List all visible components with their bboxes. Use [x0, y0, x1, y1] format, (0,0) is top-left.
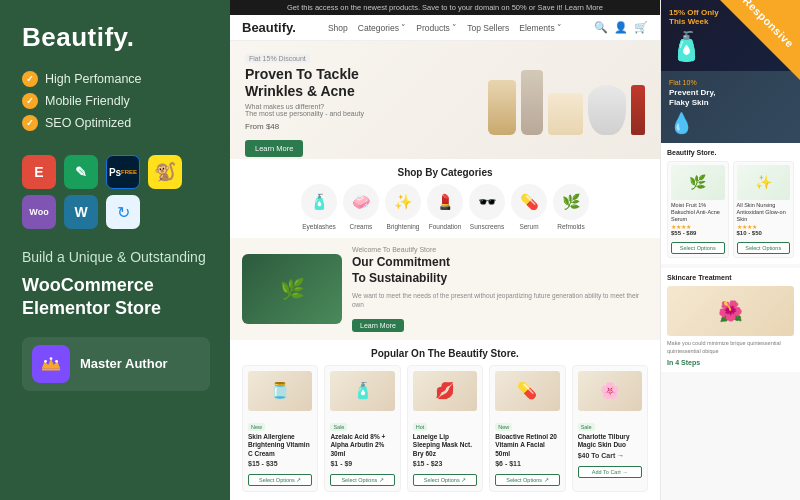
sustainability-text: Welcome To Beautify Store Our Commitment…: [352, 246, 648, 331]
eyeblashes-icon: 🧴: [301, 184, 337, 220]
nav-categories[interactable]: Categories ˅: [358, 23, 406, 33]
cart-icon[interactable]: 🛒: [634, 21, 648, 34]
add-to-cart-5[interactable]: Add To Cart →: [578, 466, 642, 478]
features-list: High Perfomance Mobile Friendly SEO Opti…: [22, 71, 210, 137]
crown-icon: [40, 353, 62, 375]
category-refmolds[interactable]: 🌿 Refmolds: [553, 184, 589, 230]
serum-label: Serum: [519, 223, 538, 230]
side-product-stars-2: ★★★★: [737, 223, 791, 230]
categories-title: Shop By Categories: [242, 167, 648, 178]
sunscreens-label: Sunscreens: [470, 223, 504, 230]
sust-desc: We want to meet the needs of the present…: [352, 291, 648, 309]
sustainability-section: 🌿 Welcome To Beautify Store Our Commitme…: [230, 238, 660, 339]
product-img-4: 💊: [495, 371, 559, 411]
hero-subtitle: What makes us different?The most use per…: [245, 103, 488, 117]
search-icon[interactable]: 🔍: [594, 21, 608, 34]
add-to-cart-1[interactable]: Select Options ↗: [248, 474, 312, 486]
category-creams[interactable]: 🧼 Creams: [343, 184, 379, 230]
promo-2-discount: Flat 10%: [669, 79, 792, 86]
check-icon-1: [22, 71, 38, 87]
category-sunscreens[interactable]: 🕶️ Sunscreens: [469, 184, 505, 230]
hero-products: [488, 70, 645, 135]
popular-title: Popular On The Beautify Store.: [242, 348, 648, 359]
topbar: Get this access on the newest products. …: [230, 0, 660, 15]
product-name-1: Skin Allergiene Brightening Vitamin C Cr…: [248, 433, 312, 458]
product-name-3: Laneige Lip Sleeping Mask Nct. Bry 60z: [413, 433, 477, 458]
side-product-price-2: $10 - $50: [737, 230, 791, 236]
foundation-icon: 💄: [427, 184, 463, 220]
serum-icon: 💊: [511, 184, 547, 220]
product-bottle-3: [548, 93, 583, 135]
side-product-img-1: 🌿: [671, 165, 725, 200]
product-badge-5: Sale: [578, 423, 595, 431]
hero-learn-more-button[interactable]: Learn More: [245, 140, 303, 157]
side-product-btn-1[interactable]: Select Options: [671, 242, 725, 254]
mailchimp-icon: 🐒: [148, 155, 182, 189]
product-img-2: 🧴: [330, 371, 394, 411]
skincare-section: Skincare Treatment 🌺 Make you could mini…: [661, 268, 800, 371]
nav-products[interactable]: Products ˅: [416, 23, 457, 33]
icon-row-1: E ✎ PsFREE 🐒: [22, 155, 210, 189]
skincare-image: 🌺: [667, 286, 794, 336]
sust-learn-more-button[interactable]: Learn More: [352, 319, 404, 332]
side-product-1: 🌿 Moist Fruit 1% Bakuchiol Anti-Acne Ser…: [667, 161, 729, 258]
author-section: Master Author: [22, 337, 210, 391]
build-text: Build a Unique & Outstanding: [22, 247, 210, 268]
svg-point-2: [50, 357, 53, 360]
product-name-2: Azelaic Acid 8% + Alpha Arbutin 2% 30ml: [330, 433, 394, 458]
side-promo-2: Flat 10% Prevent Dry,Flaky Skin 💧: [661, 71, 800, 143]
products-grid: 🫙 New Skin Allergiene Brightening Vitami…: [242, 365, 648, 492]
creams-label: Creams: [350, 223, 373, 230]
add-to-cart-4[interactable]: Select Options ↗: [495, 474, 559, 486]
nav-topsellers[interactable]: Top Sellers: [467, 23, 509, 33]
website-content: Get this access on the newest products. …: [230, 0, 800, 500]
popular-section: Popular On The Beautify Store. 🫙 New Ski…: [230, 340, 660, 500]
add-to-cart-2[interactable]: Select Options ↗: [330, 474, 394, 486]
side-panel: 15% Off OnlyThis Week 🧴 Flat 10% Prevent…: [660, 0, 800, 500]
sust-title: Our Commitment To Sustainability: [352, 255, 648, 286]
brand-title: Beautify.: [22, 22, 210, 53]
category-serum[interactable]: 💊 Serum: [511, 184, 547, 230]
category-eyeblashes[interactable]: 🧴 Eyeblashes: [301, 184, 337, 230]
product-lipstick: [631, 85, 645, 135]
sustainability-image: 🌿: [242, 254, 342, 324]
steps-label: In 4 Steps: [667, 359, 794, 366]
product-img-5: 🌸: [578, 371, 642, 411]
product-price-4: $6 - $11: [495, 460, 559, 467]
feature-item-1: High Perfomance: [22, 71, 210, 87]
side-product-img-2: ✨: [737, 165, 791, 200]
product-price-1: $15 - $35: [248, 460, 312, 467]
side-product-btn-2[interactable]: Select Options: [737, 242, 791, 254]
edit-icon: ✎: [64, 155, 98, 189]
nav-shop[interactable]: Shop: [328, 23, 348, 33]
store-products-section: Beautify Store. 🌿 Moist Fruit 1% Bakuchi…: [661, 143, 800, 264]
product-card-1: 🫙 New Skin Allergiene Brightening Vitami…: [242, 365, 318, 492]
product-name-4: Bioactive Retinol 20 Vitamin A Facial 50…: [495, 433, 559, 458]
nav-elements[interactable]: Elements ˅: [519, 23, 562, 33]
product-card-5: 🌸 Sale Charlotte Tilbury Magic Skin Duo …: [572, 365, 648, 492]
side-product-name-1: Moist Fruit 1% Bakuchiol Anti-Acne Serum: [671, 202, 725, 223]
product-badge-1: New: [248, 423, 265, 431]
check-icon-3: [22, 115, 38, 131]
icon-row-2: Woo W ↻: [22, 195, 210, 229]
skincare-title: Skincare Treatment: [667, 274, 794, 281]
promo-2-image: 💧: [669, 111, 792, 135]
user-icon[interactable]: 👤: [614, 21, 628, 34]
brightening-label: Brightening: [387, 223, 420, 230]
add-to-cart-3[interactable]: Select Options ↗: [413, 474, 477, 486]
refmolds-label: Refmolds: [557, 223, 584, 230]
sust-label: Welcome To Beautify Store: [352, 246, 648, 253]
hero-section: Flat 15% Discount Proven To Tackle Wrink…: [230, 41, 660, 159]
category-brightening[interactable]: ✨ Brightening: [385, 184, 421, 230]
refmolds-icon: 🌿: [553, 184, 589, 220]
category-foundation[interactable]: 💄 Foundation: [427, 184, 463, 230]
author-icon: [32, 345, 70, 383]
elementor-icon: E: [22, 155, 56, 189]
product-img-3: 💋: [413, 371, 477, 411]
svg-point-3: [55, 360, 58, 363]
hero-discount: Flat 15% Discount: [245, 54, 310, 63]
sunscreens-icon: 🕶️: [469, 184, 505, 220]
promo-2-title: Prevent Dry,Flaky Skin: [669, 88, 792, 109]
svg-point-1: [44, 360, 47, 363]
nav-icons: 🔍 👤 🛒: [594, 21, 648, 34]
